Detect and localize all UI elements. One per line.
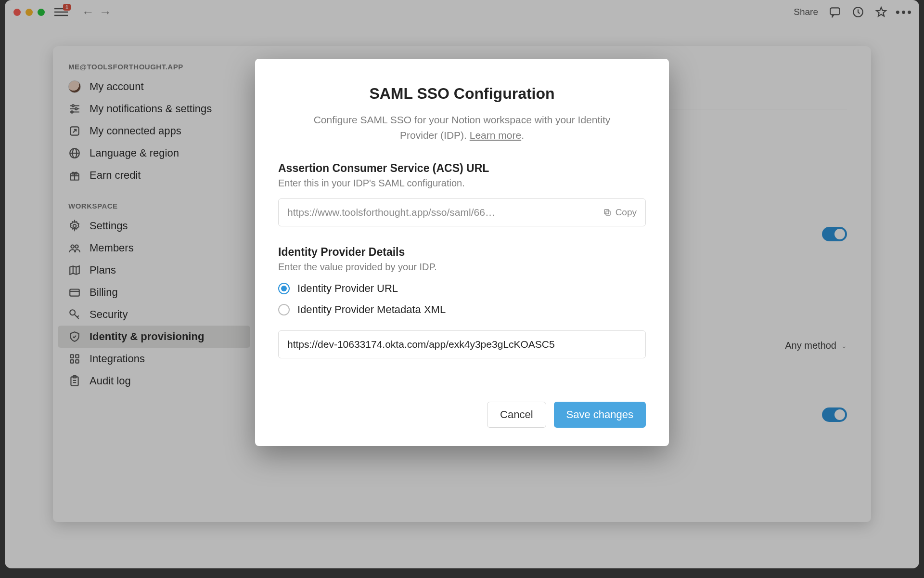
radio-idp-url[interactable]: Identity Provider URL xyxy=(278,282,646,295)
modal-footer: Cancel Save changes xyxy=(278,402,646,428)
modal-subtitle: Configure SAML SSO for your Notion works… xyxy=(308,112,616,143)
toggle-switch[interactable] xyxy=(822,407,847,422)
svg-point-20 xyxy=(71,245,74,249)
svg-point-11 xyxy=(71,111,73,113)
cancel-button[interactable]: Cancel xyxy=(487,402,546,428)
idp-details-desc: Enter the value provided by your IDP. xyxy=(278,262,646,273)
window-minimize[interactable] xyxy=(26,9,33,16)
sidebar-item-settings[interactable]: Settings xyxy=(58,215,250,237)
sidebar-item-security[interactable]: Security xyxy=(58,303,250,326)
save-changes-button[interactable]: Save changes xyxy=(554,402,646,428)
idp-url-value: https://dev-10633174.okta.com/app/exk4y3… xyxy=(287,339,555,350)
sidebar-item-label: Members xyxy=(90,242,134,254)
saml-sso-config-modal: SAML SSO Configuration Configure SAML SS… xyxy=(255,59,669,446)
sidebar-item-label: Billing xyxy=(90,286,118,299)
sidebar-item-label: Settings xyxy=(90,220,128,232)
toggle-sidebar-button[interactable]: 1 xyxy=(54,7,68,17)
external-link-icon xyxy=(68,125,81,137)
svg-point-7 xyxy=(72,105,74,106)
svg-marker-5 xyxy=(876,7,886,16)
sidebar-item-label: Identity & provisioning xyxy=(90,330,204,343)
svg-rect-30 xyxy=(76,360,79,363)
sidebar-badge: 1 xyxy=(63,4,71,11)
traffic-lights xyxy=(13,9,45,16)
avatar-icon xyxy=(68,80,81,93)
learn-more-link[interactable]: Learn more xyxy=(470,130,521,141)
sidebar-account-heading: ME@TOOLSFORTHOUGHT.APP xyxy=(58,60,250,76)
sidebar-item-my-account[interactable]: My account xyxy=(58,76,250,98)
modal-title: SAML SSO Configuration xyxy=(278,85,646,103)
idp-radio-group: Identity Provider URL Identity Provider … xyxy=(278,282,646,316)
nav-arrows: ← → xyxy=(81,5,112,19)
sidebar-item-notifications[interactable]: My notifications & settings xyxy=(58,98,250,120)
gift-icon xyxy=(68,169,81,182)
sidebar-item-label: My connected apps xyxy=(90,125,181,137)
sidebar-item-language[interactable]: Language & region xyxy=(58,142,250,164)
favorite-icon[interactable] xyxy=(875,6,887,18)
credit-card-icon xyxy=(68,286,81,299)
copy-label: Copy xyxy=(616,207,637,218)
comments-icon[interactable] xyxy=(829,6,841,18)
map-icon xyxy=(68,264,81,276)
nav-forward-button[interactable]: → xyxy=(99,5,112,19)
idp-url-input[interactable]: https://dev-10633174.okta.com/app/exk4y3… xyxy=(278,330,646,358)
idp-details-title: Identity Provider Details xyxy=(278,246,646,259)
svg-rect-35 xyxy=(606,211,610,215)
clipboard-list-icon xyxy=(68,375,81,387)
sidebar-item-billing[interactable]: Billing xyxy=(58,281,250,303)
sidebar-item-label: Integrations xyxy=(90,353,145,365)
shield-check-icon xyxy=(68,330,81,343)
share-button[interactable]: Share xyxy=(794,7,818,17)
svg-point-9 xyxy=(75,108,77,110)
svg-rect-29 xyxy=(70,360,74,363)
toggle-row-1 xyxy=(822,227,847,241)
gear-icon xyxy=(68,220,81,232)
acs-url-value: https://www.toolsforthought.app/sso/saml… xyxy=(287,207,596,218)
app-window: 1 ← → Share ••• ME@TOOLSFORTHOUGHT.APP M… xyxy=(5,0,919,568)
sidebar-item-label: Audit log xyxy=(90,375,131,387)
nav-back-button[interactable]: ← xyxy=(81,5,95,19)
sidebar-item-identity-provisioning[interactable]: Identity & provisioning xyxy=(58,326,250,348)
svg-rect-27 xyxy=(70,355,74,358)
sidebar-item-label: Security xyxy=(90,308,128,321)
svg-point-19 xyxy=(73,224,77,228)
toggle-row-3 xyxy=(822,407,847,422)
toggle-switch[interactable] xyxy=(822,227,847,241)
svg-rect-24 xyxy=(70,289,79,296)
sliders-icon xyxy=(68,103,81,115)
acs-url-field: https://www.toolsforthought.app/sso/saml… xyxy=(278,198,646,226)
globe-icon xyxy=(68,147,81,159)
window-close[interactable] xyxy=(13,9,21,16)
titlebar-right: Share ••• xyxy=(794,6,911,18)
sidebar-item-label: Language & region xyxy=(90,147,179,159)
sidebar-item-earn-credit[interactable]: Earn credit xyxy=(58,164,250,186)
login-method-dropdown[interactable]: Any method ⌄ xyxy=(785,340,847,351)
titlebar: 1 ← → Share ••• xyxy=(5,0,919,24)
acs-url-title: Assertion Consumer Service (ACS) URL xyxy=(278,162,646,175)
sidebar-item-plans[interactable]: Plans xyxy=(58,259,250,281)
copy-icon xyxy=(603,208,612,217)
chevron-down-icon: ⌄ xyxy=(841,342,847,350)
sidebar-item-label: My account xyxy=(90,80,144,93)
acs-url-desc: Enter this in your IDP's SAML configurat… xyxy=(278,178,646,189)
updates-icon[interactable] xyxy=(852,6,864,18)
radio-label: Identity Provider Metadata XML xyxy=(297,303,446,316)
key-icon xyxy=(68,308,81,321)
sidebar-item-integrations[interactable]: Integrations xyxy=(58,348,250,370)
sidebar-item-label: My notifications & settings xyxy=(90,103,212,115)
settings-sidebar: ME@TOOLSFORTHOUGHT.APP My account My not… xyxy=(53,46,255,522)
svg-rect-3 xyxy=(830,8,840,14)
sidebar-item-label: Plans xyxy=(90,264,116,276)
sidebar-item-audit-log[interactable]: Audit log xyxy=(58,370,250,392)
svg-rect-36 xyxy=(604,210,609,214)
sidebar-item-members[interactable]: Members xyxy=(58,237,250,259)
sidebar-item-connected-apps[interactable]: My connected apps xyxy=(58,120,250,142)
radio-idp-metadata-xml[interactable]: Identity Provider Metadata XML xyxy=(278,303,646,316)
copy-button[interactable]: Copy xyxy=(603,207,637,218)
sidebar-item-label: Earn credit xyxy=(90,169,141,182)
members-icon xyxy=(68,242,81,254)
more-menu-icon[interactable]: ••• xyxy=(898,6,911,18)
svg-point-21 xyxy=(75,245,78,249)
login-method-label: Any method xyxy=(785,340,836,351)
window-zoom[interactable] xyxy=(38,9,45,16)
